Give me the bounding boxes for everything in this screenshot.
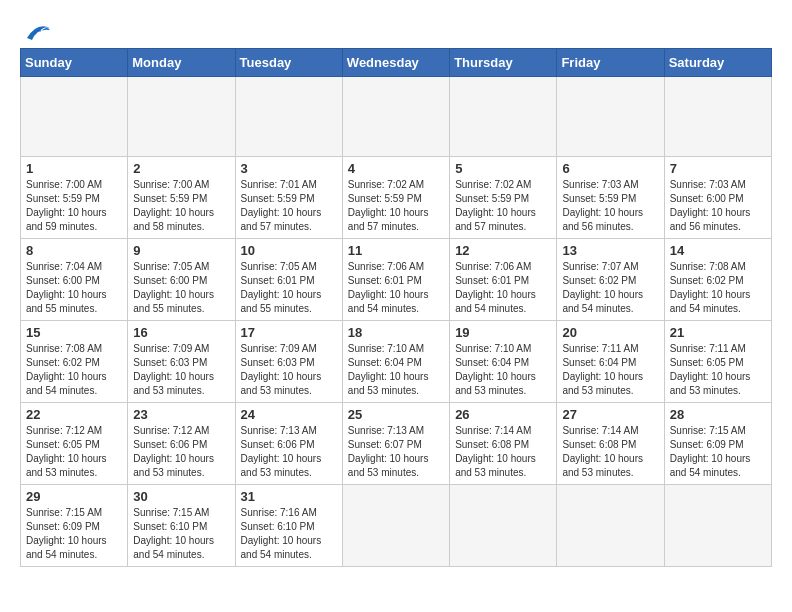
day-info: Sunrise: 7:13 AMSunset: 6:07 PMDaylight:… bbox=[348, 424, 444, 480]
day-number: 7 bbox=[670, 161, 766, 176]
calendar-cell: 1Sunrise: 7:00 AMSunset: 5:59 PMDaylight… bbox=[21, 157, 128, 239]
calendar-cell bbox=[342, 77, 449, 157]
calendar-cell: 29Sunrise: 7:15 AMSunset: 6:09 PMDayligh… bbox=[21, 485, 128, 567]
day-number: 25 bbox=[348, 407, 444, 422]
calendar-cell bbox=[21, 77, 128, 157]
day-info: Sunrise: 7:06 AMSunset: 6:01 PMDaylight:… bbox=[455, 260, 551, 316]
calendar-cell: 6Sunrise: 7:03 AMSunset: 5:59 PMDaylight… bbox=[557, 157, 664, 239]
week-row-2: 8Sunrise: 7:04 AMSunset: 6:00 PMDaylight… bbox=[21, 239, 772, 321]
day-number: 27 bbox=[562, 407, 658, 422]
day-info: Sunrise: 7:05 AMSunset: 6:00 PMDaylight:… bbox=[133, 260, 229, 316]
day-number: 12 bbox=[455, 243, 551, 258]
calendar-cell bbox=[664, 77, 771, 157]
day-number: 1 bbox=[26, 161, 122, 176]
day-info: Sunrise: 7:02 AMSunset: 5:59 PMDaylight:… bbox=[455, 178, 551, 234]
day-info: Sunrise: 7:05 AMSunset: 6:01 PMDaylight:… bbox=[241, 260, 337, 316]
calendar-cell: 25Sunrise: 7:13 AMSunset: 6:07 PMDayligh… bbox=[342, 403, 449, 485]
day-number: 23 bbox=[133, 407, 229, 422]
day-number: 15 bbox=[26, 325, 122, 340]
day-info: Sunrise: 7:11 AMSunset: 6:04 PMDaylight:… bbox=[562, 342, 658, 398]
calendar-cell: 4Sunrise: 7:02 AMSunset: 5:59 PMDaylight… bbox=[342, 157, 449, 239]
day-number: 30 bbox=[133, 489, 229, 504]
week-row-3: 15Sunrise: 7:08 AMSunset: 6:02 PMDayligh… bbox=[21, 321, 772, 403]
calendar-cell: 22Sunrise: 7:12 AMSunset: 6:05 PMDayligh… bbox=[21, 403, 128, 485]
calendar-cell: 3Sunrise: 7:01 AMSunset: 5:59 PMDaylight… bbox=[235, 157, 342, 239]
calendar-cell: 28Sunrise: 7:15 AMSunset: 6:09 PMDayligh… bbox=[664, 403, 771, 485]
day-info: Sunrise: 7:12 AMSunset: 6:05 PMDaylight:… bbox=[26, 424, 122, 480]
calendar-cell bbox=[342, 485, 449, 567]
day-number: 19 bbox=[455, 325, 551, 340]
header-saturday: Saturday bbox=[664, 49, 771, 77]
day-info: Sunrise: 7:03 AMSunset: 6:00 PMDaylight:… bbox=[670, 178, 766, 234]
day-info: Sunrise: 7:03 AMSunset: 5:59 PMDaylight:… bbox=[562, 178, 658, 234]
day-info: Sunrise: 7:12 AMSunset: 6:06 PMDaylight:… bbox=[133, 424, 229, 480]
week-row-0 bbox=[21, 77, 772, 157]
day-number: 4 bbox=[348, 161, 444, 176]
header-friday: Friday bbox=[557, 49, 664, 77]
day-info: Sunrise: 7:07 AMSunset: 6:02 PMDaylight:… bbox=[562, 260, 658, 316]
day-number: 10 bbox=[241, 243, 337, 258]
week-row-1: 1Sunrise: 7:00 AMSunset: 5:59 PMDaylight… bbox=[21, 157, 772, 239]
day-info: Sunrise: 7:00 AMSunset: 5:59 PMDaylight:… bbox=[26, 178, 122, 234]
calendar-cell: 10Sunrise: 7:05 AMSunset: 6:01 PMDayligh… bbox=[235, 239, 342, 321]
calendar-cell bbox=[664, 485, 771, 567]
day-number: 29 bbox=[26, 489, 122, 504]
day-number: 17 bbox=[241, 325, 337, 340]
calendar-cell: 5Sunrise: 7:02 AMSunset: 5:59 PMDaylight… bbox=[450, 157, 557, 239]
day-info: Sunrise: 7:02 AMSunset: 5:59 PMDaylight:… bbox=[348, 178, 444, 234]
day-number: 28 bbox=[670, 407, 766, 422]
calendar-cell bbox=[450, 77, 557, 157]
day-info: Sunrise: 7:01 AMSunset: 5:59 PMDaylight:… bbox=[241, 178, 337, 234]
header-tuesday: Tuesday bbox=[235, 49, 342, 77]
day-number: 5 bbox=[455, 161, 551, 176]
calendar-cell: 7Sunrise: 7:03 AMSunset: 6:00 PMDaylight… bbox=[664, 157, 771, 239]
calendar-cell bbox=[128, 77, 235, 157]
day-info: Sunrise: 7:09 AMSunset: 6:03 PMDaylight:… bbox=[241, 342, 337, 398]
day-info: Sunrise: 7:00 AMSunset: 5:59 PMDaylight:… bbox=[133, 178, 229, 234]
calendar-cell: 23Sunrise: 7:12 AMSunset: 6:06 PMDayligh… bbox=[128, 403, 235, 485]
day-info: Sunrise: 7:11 AMSunset: 6:05 PMDaylight:… bbox=[670, 342, 766, 398]
week-row-5: 29Sunrise: 7:15 AMSunset: 6:09 PMDayligh… bbox=[21, 485, 772, 567]
calendar-cell bbox=[557, 485, 664, 567]
calendar-cell: 15Sunrise: 7:08 AMSunset: 6:02 PMDayligh… bbox=[21, 321, 128, 403]
calendar-cell: 2Sunrise: 7:00 AMSunset: 5:59 PMDaylight… bbox=[128, 157, 235, 239]
day-info: Sunrise: 7:13 AMSunset: 6:06 PMDaylight:… bbox=[241, 424, 337, 480]
calendar-cell: 30Sunrise: 7:15 AMSunset: 6:10 PMDayligh… bbox=[128, 485, 235, 567]
day-info: Sunrise: 7:15 AMSunset: 6:09 PMDaylight:… bbox=[670, 424, 766, 480]
day-number: 18 bbox=[348, 325, 444, 340]
calendar-cell: 9Sunrise: 7:05 AMSunset: 6:00 PMDaylight… bbox=[128, 239, 235, 321]
calendar-cell: 24Sunrise: 7:13 AMSunset: 6:06 PMDayligh… bbox=[235, 403, 342, 485]
day-info: Sunrise: 7:04 AMSunset: 6:00 PMDaylight:… bbox=[26, 260, 122, 316]
calendar-table: SundayMondayTuesdayWednesdayThursdayFrid… bbox=[20, 48, 772, 567]
day-number: 13 bbox=[562, 243, 658, 258]
day-info: Sunrise: 7:14 AMSunset: 6:08 PMDaylight:… bbox=[455, 424, 551, 480]
day-info: Sunrise: 7:08 AMSunset: 6:02 PMDaylight:… bbox=[26, 342, 122, 398]
day-info: Sunrise: 7:08 AMSunset: 6:02 PMDaylight:… bbox=[670, 260, 766, 316]
calendar-cell: 11Sunrise: 7:06 AMSunset: 6:01 PMDayligh… bbox=[342, 239, 449, 321]
logo bbox=[20, 20, 52, 38]
header-wednesday: Wednesday bbox=[342, 49, 449, 77]
calendar-cell: 12Sunrise: 7:06 AMSunset: 6:01 PMDayligh… bbox=[450, 239, 557, 321]
calendar-cell bbox=[557, 77, 664, 157]
calendar-cell: 16Sunrise: 7:09 AMSunset: 6:03 PMDayligh… bbox=[128, 321, 235, 403]
day-number: 20 bbox=[562, 325, 658, 340]
day-number: 11 bbox=[348, 243, 444, 258]
day-number: 31 bbox=[241, 489, 337, 504]
calendar-cell: 14Sunrise: 7:08 AMSunset: 6:02 PMDayligh… bbox=[664, 239, 771, 321]
day-info: Sunrise: 7:10 AMSunset: 6:04 PMDaylight:… bbox=[348, 342, 444, 398]
day-number: 6 bbox=[562, 161, 658, 176]
calendar-cell: 31Sunrise: 7:16 AMSunset: 6:10 PMDayligh… bbox=[235, 485, 342, 567]
day-number: 2 bbox=[133, 161, 229, 176]
day-info: Sunrise: 7:15 AMSunset: 6:09 PMDaylight:… bbox=[26, 506, 122, 562]
calendar-cell bbox=[450, 485, 557, 567]
day-number: 21 bbox=[670, 325, 766, 340]
calendar-cell bbox=[235, 77, 342, 157]
day-number: 3 bbox=[241, 161, 337, 176]
day-number: 22 bbox=[26, 407, 122, 422]
calendar-cell: 18Sunrise: 7:10 AMSunset: 6:04 PMDayligh… bbox=[342, 321, 449, 403]
header-thursday: Thursday bbox=[450, 49, 557, 77]
day-number: 8 bbox=[26, 243, 122, 258]
header bbox=[20, 20, 772, 38]
calendar-cell: 26Sunrise: 7:14 AMSunset: 6:08 PMDayligh… bbox=[450, 403, 557, 485]
days-header-row: SundayMondayTuesdayWednesdayThursdayFrid… bbox=[21, 49, 772, 77]
